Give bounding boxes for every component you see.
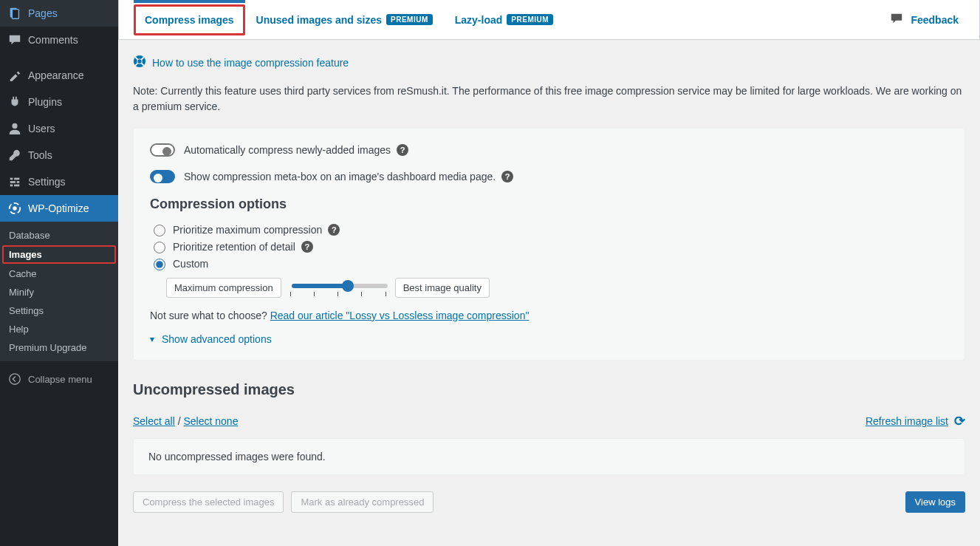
- submenu-minify[interactable]: Minify: [0, 283, 118, 301]
- collapse-label: Collapse menu: [28, 374, 92, 385]
- submenu-database[interactable]: Database: [0, 226, 118, 245]
- radio-input[interactable]: [154, 259, 165, 270]
- help-icon[interactable]: ?: [397, 144, 408, 156]
- users-icon: [7, 121, 22, 136]
- menu-pages[interactable]: Pages: [0, 0, 118, 27]
- options-panel: Automatically compress newly-added image…: [133, 128, 965, 361]
- slider-label-best: Best image quality: [395, 278, 490, 298]
- menu-label: Settings: [28, 176, 66, 188]
- menu-comments[interactable]: Comments: [0, 27, 118, 53]
- tab-label: Unused images and sizes: [256, 14, 382, 26]
- svg-point-16: [137, 59, 141, 63]
- menu-label: Comments: [28, 34, 78, 46]
- tab-label: Compress images: [145, 14, 234, 26]
- compression-slider[interactable]: [292, 284, 388, 288]
- tab-compress-images[interactable]: Compress images: [134, 4, 245, 35]
- svg-point-11: [10, 374, 20, 384]
- menu-wp-optimize[interactable]: WP-Optimize: [0, 195, 118, 222]
- menu-label: Users: [28, 123, 55, 134]
- refresh-icon: ⟳: [954, 413, 965, 429]
- refresh-image-list[interactable]: Refresh image list ⟳: [866, 413, 965, 429]
- comments-icon: [7, 33, 22, 47]
- refresh-label: Refresh image list: [866, 415, 948, 427]
- menu-users[interactable]: Users: [0, 115, 118, 142]
- radio-max-compression[interactable]: Prioritize maximum compression ?: [150, 222, 948, 236]
- submenu-cache[interactable]: Cache: [0, 265, 118, 283]
- premium-badge: PREMIUM: [386, 14, 433, 25]
- radio-input[interactable]: [154, 225, 165, 236]
- feedback-link[interactable]: Feedback: [884, 0, 964, 39]
- svg-rect-1: [12, 10, 18, 19]
- radio-label: Prioritize maximum compression: [173, 224, 322, 236]
- tab-lazy-load[interactable]: Lazy-load PREMIUM: [444, 2, 564, 38]
- feedback-label: Feedback: [911, 14, 959, 26]
- advanced-label: Show advanced options: [162, 333, 272, 345]
- radio-label: Custom: [173, 258, 208, 270]
- compress-selected-button[interactable]: Compress the selected images: [133, 491, 284, 513]
- show-advanced-toggle[interactable]: ▾ Show advanced options: [150, 333, 948, 345]
- svg-point-10: [13, 206, 16, 210]
- pages-icon: [7, 6, 22, 21]
- help-icon[interactable]: ?: [501, 171, 513, 182]
- hint-link[interactable]: Read our article "Lossy vs Lossless imag…: [270, 310, 530, 321]
- tab-unused-images[interactable]: Unused images and sizes PREMIUM: [245, 2, 444, 38]
- menu-label: WP-Optimize: [28, 202, 89, 214]
- wpo-icon: [7, 201, 22, 216]
- empty-state: No uncompressed images were found.: [133, 438, 965, 475]
- menu-settings[interactable]: Settings: [0, 168, 118, 195]
- svg-rect-7: [10, 185, 13, 187]
- howto-link[interactable]: How to use the image compression feature: [133, 55, 965, 70]
- service-note: Note: Currently this feature uses third …: [133, 83, 965, 115]
- admin-sidebar: Pages Comments Appearance Plugins Users …: [0, 0, 118, 546]
- mark-compressed-button[interactable]: Mark as already compressed: [291, 491, 434, 513]
- svg-rect-6: [17, 181, 20, 183]
- select-none-link[interactable]: Select none: [183, 415, 238, 427]
- howto-text: How to use the image compression feature: [152, 57, 349, 69]
- tab-bar: Compress images Unused images and sizes …: [118, 0, 980, 40]
- menu-plugins[interactable]: Plugins: [0, 89, 118, 115]
- toggle-auto-compress[interactable]: [150, 143, 175, 157]
- settings-icon: [7, 174, 22, 189]
- view-logs-button[interactable]: View logs: [905, 491, 965, 513]
- help-circle-icon: [133, 55, 146, 70]
- compression-options-heading: Compression options: [150, 197, 948, 212]
- toggle-label: Automatically compress newly-added image…: [184, 144, 391, 156]
- main-content: Compress images Unused images and sizes …: [118, 0, 980, 546]
- toggle-meta-box[interactable]: [150, 170, 175, 183]
- chevron-down-icon: ▾: [150, 334, 154, 344]
- toggle-label: Show compression meta-box on an image's …: [184, 171, 496, 182]
- submenu-settings[interactable]: Settings: [0, 301, 118, 320]
- svg-point-2: [12, 123, 17, 129]
- premium-badge: PREMIUM: [507, 14, 553, 25]
- help-icon[interactable]: ?: [328, 224, 340, 236]
- submenu-images[interactable]: Images: [2, 245, 116, 264]
- uncompressed-heading: Uncompressed images: [133, 381, 965, 398]
- collapse-menu[interactable]: Collapse menu: [0, 366, 118, 392]
- menu-label: Plugins: [28, 96, 62, 108]
- collapse-icon: [7, 372, 22, 386]
- slider-label-max: Maximum compression: [166, 278, 281, 298]
- menu-label: Tools: [28, 149, 52, 161]
- menu-tools[interactable]: Tools: [0, 142, 118, 168]
- hint-text: Not sure what to choose? Read our articl…: [150, 310, 948, 321]
- svg-rect-5: [10, 181, 16, 183]
- tools-icon: [7, 148, 22, 163]
- submenu-help[interactable]: Help: [0, 320, 118, 338]
- wpo-submenu: Database Images Cache Minify Settings He…: [0, 222, 118, 361]
- radio-retention-detail[interactable]: Prioritize retention of detail ?: [150, 239, 948, 253]
- radio-custom[interactable]: Custom: [150, 256, 948, 270]
- radio-label: Prioritize retention of detail: [173, 241, 295, 253]
- tab-label: Lazy-load: [455, 14, 503, 26]
- submenu-premium[interactable]: Premium Upgrade: [0, 338, 118, 357]
- menu-label: Appearance: [28, 69, 84, 81]
- svg-rect-3: [10, 178, 13, 180]
- plugins-icon: [7, 95, 22, 109]
- svg-rect-8: [14, 185, 19, 187]
- radio-input[interactable]: [154, 242, 165, 253]
- svg-rect-4: [14, 178, 19, 180]
- menu-label: Pages: [28, 7, 58, 19]
- help-icon[interactable]: ?: [301, 241, 313, 253]
- select-all-link[interactable]: Select all: [133, 415, 175, 427]
- menu-appearance[interactable]: Appearance: [0, 62, 118, 89]
- feedback-icon: [890, 12, 903, 27]
